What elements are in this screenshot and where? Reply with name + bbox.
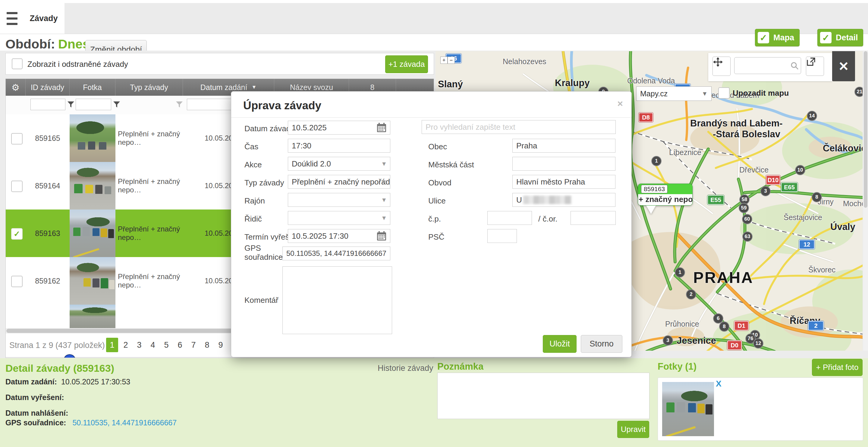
house-number-input[interactable] [487,211,532,225]
page-button-7[interactable]: 7 [187,338,199,352]
map-place-label: Odolena Voda [627,76,675,85]
issue-type-select[interactable]: Přeplnění + značný nepořádek▼ [288,175,390,189]
check-icon: ✓ [760,33,767,43]
map-close-button[interactable]: ✕ [832,51,855,81]
row-checkbox[interactable] [11,276,23,287]
address-search-input[interactable] [422,120,616,134]
zoom-in-button[interactable]: + [440,57,447,64]
filter-icon[interactable] [67,101,74,108]
map-road-shield: 14 [807,111,817,121]
remove-photo-button[interactable]: X [716,379,721,389]
scrollbar-thumb[interactable] [864,51,867,208]
action-select[interactable]: Doúklid 2.0▼ [288,157,390,171]
filter-photo-input[interactable] [76,99,111,110]
detail-resolved-row: Datum vyřešení: [5,393,68,402]
page-button-9[interactable]: 9 [215,338,227,352]
map-toolbar [708,53,832,81]
city-part-label: Městská část [428,160,474,169]
zoom-out-button[interactable]: − [447,57,455,64]
map-place-label: Brandýs nad Labem- [690,118,783,129]
map-road-shield: 3 [761,186,771,196]
tab-zavady[interactable]: Závady [23,3,64,34]
photo-thumbnail[interactable] [662,382,714,436]
page-button-1[interactable]: 1 [106,338,118,352]
map-pan-button[interactable] [712,57,731,76]
map-toggle-checkbox[interactable]: ✓ [758,32,769,43]
chevron-down-icon: ▼ [381,161,387,167]
calendar-icon[interactable] [376,123,387,133]
cell-photo-thumbnail [70,305,116,328]
issue-photo [70,209,116,257]
row-checkbox[interactable] [11,181,23,192]
page-button-6[interactable]: 6 [174,338,186,352]
map-fullscreen-button[interactable] [806,57,824,76]
map-road-shield: 12 [799,240,815,249]
save-button[interactable]: Uložit [543,335,577,353]
issue-date-input[interactable] [288,121,390,135]
calendar-icon[interactable] [376,231,387,241]
house-number-label: č.p. [428,214,441,224]
page-button-8[interactable]: 8 [201,338,213,352]
orientation-number-input[interactable] [570,211,616,225]
row-checkbox[interactable] [11,133,23,144]
cell-type: Přeplnění + značný nepo… [118,114,187,162]
list-toolbar: Zobrazit i odstraněné závady +1 závada [5,53,434,75]
map-road-shield: 60 [742,214,752,224]
period-heading: Období:Dnes [5,37,90,51]
district-select[interactable]: ▼ [288,193,390,207]
note-textarea[interactable] [437,373,650,419]
page-button-4[interactable]: 4 [147,338,159,352]
map-place-label: Průhonice [665,320,699,329]
detail-toggle-checkbox[interactable]: ✓ [820,32,832,43]
comment-textarea[interactable] [282,266,392,334]
city-input[interactable] [513,139,615,152]
modal-close-button[interactable]: × [617,98,623,109]
column-header-id[interactable]: ID závady [26,79,70,96]
note-edit-button[interactable]: Upravit [617,421,649,438]
dim-map-checkbox[interactable] [718,87,730,99]
cell-photo-thumbnail[interactable] [70,114,116,162]
page-button-5[interactable]: 5 [160,338,173,352]
due-date-input[interactable] [288,229,390,243]
photos-panel: X [658,377,863,441]
city-part-input[interactable] [513,157,615,171]
street-value: U [516,195,522,205]
main-menu-button[interactable] [0,3,23,34]
postal-code-input[interactable] [487,229,517,243]
show-removed-checkbox[interactable] [12,58,23,69]
page-scrollbar[interactable] [863,51,868,351]
edit-issue-modal: Úprava závady × Datum závady Čas Akce Do… [231,91,632,357]
column-settings-button[interactable]: ⚙ [6,79,26,96]
detail-toggle-button[interactable]: ✓ Detail [817,29,863,46]
cell-photo-thumbnail[interactable] [70,209,116,257]
page-button-3[interactable]: 3 [133,338,145,352]
map-toggle-button[interactable]: ✓ Mapa [755,29,800,46]
previous-page-button[interactable]: ‹ [95,339,99,352]
cell-photo-thumbnail[interactable] [70,162,116,209]
map-marker-859163[interactable]: 859163 + značný nepořádek [638,184,692,214]
column-header-type[interactable]: Typ závady [116,79,183,96]
map-provider-select[interactable]: Mapy.cz ▼ [636,87,712,101]
region-input[interactable] [513,175,615,189]
issue-time-input[interactable] [288,139,390,152]
filter-icon[interactable] [176,101,183,108]
page-button-2[interactable]: 2 [120,338,132,352]
cell-id: 859163 [26,209,70,257]
add-photo-button[interactable]: + Přidat foto [812,359,863,376]
add-issue-button[interactable]: +1 závada [385,56,428,73]
filter-id-input[interactable] [30,99,65,110]
map-road-shield: 2 [686,289,696,300]
map-place-label: Kralupy [555,78,590,89]
gps-input[interactable] [282,246,390,261]
driver-select[interactable]: ▼ [288,211,390,225]
cancel-button[interactable]: Storno [581,335,622,353]
gps-label: GPS souřadnice: [5,418,66,427]
column-header-photo[interactable]: Fotka [70,79,116,96]
street-input[interactable]: U [513,193,615,207]
cell-photo-thumbnail[interactable] [70,257,116,305]
map-road-shield: 1 [651,156,661,166]
filter-icon[interactable] [113,101,120,108]
tab-bar: Závady [0,3,868,34]
gps-link[interactable]: 50.110535, 14.4471916666667 [72,418,177,427]
row-checkbox-checked[interactable]: ✓ [11,228,23,240]
